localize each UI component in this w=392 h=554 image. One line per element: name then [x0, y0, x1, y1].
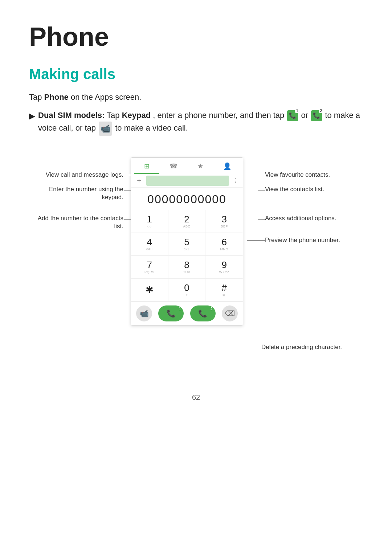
key-num-star: ✱: [146, 285, 154, 294]
line-preview: [247, 240, 265, 241]
call-sim1-button[interactable]: 📞 1: [158, 305, 184, 321]
line-add-contacts: [124, 219, 131, 219]
key-letters-9: WXYZ: [219, 270, 229, 274]
key-0[interactable]: 0 +: [168, 279, 206, 301]
ann-add-options: Access additional options.: [265, 215, 363, 222]
key-num-1: 1: [147, 214, 152, 224]
tab-keypad[interactable]: ⊞: [134, 159, 159, 174]
delete-button[interactable]: ⌫: [222, 305, 238, 321]
key-num-5: 5: [184, 237, 189, 247]
key-letters-hash: ⊠: [222, 293, 226, 297]
key-9[interactable]: 9 WXYZ: [205, 256, 243, 279]
intro-bold: Phone: [44, 93, 69, 102]
dual-sim-content: Dual SIM models: Tap Keypad , enter a ph…: [38, 109, 363, 136]
favorites-tab-icon: ★: [189, 162, 212, 170]
arrow-icon: ▶: [29, 110, 35, 122]
key-8[interactable]: 8 TUV: [168, 256, 206, 279]
dual-sim-or: or: [301, 111, 311, 120]
phone-mockup: ⊞ ☎ ★ 👤 + ⋮ 00000000000 1 ○○: [131, 157, 243, 325]
contacts-tab-icon: 👤: [216, 162, 238, 170]
line-enter-num: [124, 190, 131, 190]
ann-list: list.: [29, 223, 123, 230]
keypad-tab-icon: ⊞: [135, 162, 158, 170]
key-num-2: 2: [184, 214, 189, 224]
key-letters-7: PQRS: [144, 270, 155, 274]
intro-paragraph: Tap Phone on the Apps screen.: [29, 91, 363, 103]
video-call-button-icon: 📹: [140, 309, 149, 318]
sim1-sup: 1: [295, 109, 299, 113]
key-num-7: 7: [147, 260, 152, 270]
more-options-button[interactable]: ⋮: [231, 177, 240, 184]
key-num-hash: #: [221, 283, 226, 292]
ann-fav-contacts: View favourite contacts.: [265, 171, 363, 178]
keypad-bold: Keypad: [122, 111, 151, 120]
key-5[interactable]: 5 JKL: [168, 233, 206, 256]
intro-text-end: on the Apps screen.: [69, 93, 142, 102]
sim2-sup: 2: [319, 109, 323, 113]
action-bar: 📹 📞 1 📞 2 ⌫: [131, 302, 243, 325]
video-sym: 📹: [101, 122, 110, 135]
intro-text-start: Tap: [29, 93, 44, 102]
delete-button-icon: ⌫: [225, 309, 235, 318]
key-4[interactable]: 4 GHI: [131, 233, 168, 256]
key-letters-5: JKL: [184, 247, 190, 251]
video-call-icon: 📹: [99, 122, 112, 136]
number-display: 00000000000: [131, 188, 243, 210]
key-letters-8: TUV: [183, 270, 191, 274]
key-letters-3: DEF: [221, 225, 228, 228]
tab-recent[interactable]: ☎: [161, 159, 186, 174]
key-letters-2: ABC: [183, 225, 190, 228]
key-num-6: 6: [221, 237, 226, 247]
ann-add-contacts: Add the number to the contacts: [29, 215, 123, 222]
key-letters-0: +: [186, 293, 188, 297]
plus-button[interactable]: +: [134, 176, 144, 186]
call-sim1-icon: 📞 1: [287, 110, 298, 121]
key-2[interactable]: 2 ABC: [168, 210, 206, 233]
key-num-0: 0: [184, 283, 189, 292]
key-3[interactable]: 3 DEF: [205, 210, 243, 233]
line-contacts: [258, 190, 265, 190]
key-hash[interactable]: # ⊠: [205, 279, 243, 301]
dual-sim-label: Dual SIM models:: [38, 111, 105, 120]
call-sim2-button[interactable]: 📞 2: [190, 305, 216, 321]
key-num-3: 3: [221, 214, 226, 224]
key-7[interactable]: 7 PQRS: [131, 256, 168, 279]
number-input-bar: [146, 176, 229, 186]
video-call-button[interactable]: 📹: [136, 305, 152, 321]
tab-bar: ⊞ ☎ ★ 👤: [131, 158, 243, 174]
call-sim2-sup: 2: [211, 307, 213, 311]
dual-sim-paragraph: ▶ Dual SIM models: Tap Keypad , enter a …: [29, 109, 363, 136]
tab-contacts[interactable]: 👤: [215, 159, 240, 174]
number-row: + ⋮: [131, 174, 243, 188]
line-delete: [254, 348, 265, 348]
diagram-area: View call and message logs. Enter the nu…: [29, 147, 363, 372]
line-fav: [250, 175, 265, 175]
call-sim2-button-icon: 📞: [198, 309, 207, 318]
key-letters-4: GHI: [146, 247, 153, 251]
ann-preview-num: Preview the phone number.: [265, 237, 363, 244]
key-letters-6: MNO: [220, 247, 228, 251]
call-sim2-icon: 📞 2: [311, 110, 322, 121]
dual-sim-mid: , enter a phone number, and then tap: [153, 111, 284, 120]
key-num-8: 8: [184, 260, 189, 270]
page-title: Phone: [29, 22, 363, 52]
key-letters-1: ○○: [147, 225, 152, 228]
key-num-4: 4: [147, 237, 152, 247]
keypad-grid: 1 ○○ 2 ABC 3 DEF 4 GHI 5 JKL 6 MNO: [131, 210, 243, 302]
page-number: 62: [29, 393, 363, 402]
key-6[interactable]: 6 MNO: [205, 233, 243, 256]
key-1[interactable]: 1 ○○: [131, 210, 168, 233]
recent-tab-icon: ☎: [162, 162, 185, 170]
line-options: [258, 219, 265, 219]
key-num-9: 9: [221, 260, 226, 270]
section-title: Making calls: [29, 66, 363, 82]
tab-favorites[interactable]: ★: [188, 159, 213, 174]
ann-contacts-list: View the contacts list.: [265, 186, 363, 193]
key-star[interactable]: ✱: [131, 279, 168, 301]
call-sim1-button-icon: 📞: [167, 309, 176, 318]
ann-enter-num: Enter the number using the: [29, 186, 123, 193]
call-sim1-sup: 1: [179, 307, 181, 311]
ann-keypad: keypad.: [29, 194, 123, 201]
ann-delete-char: Delete a preceding character.: [261, 344, 363, 351]
ann-call-log: View call and message logs.: [29, 171, 123, 178]
